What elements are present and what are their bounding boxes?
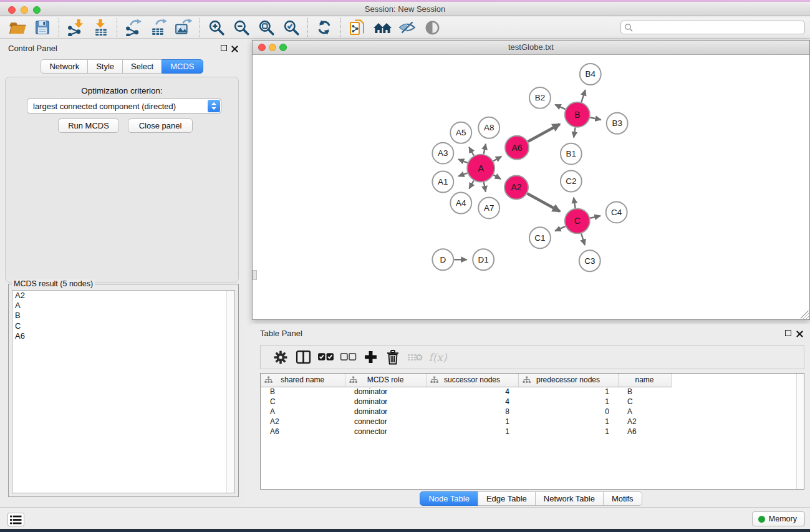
graph-edge-B-B3[interactable] [590,117,601,120]
cell-mcds-role[interactable]: connector [345,427,426,437]
graph-node-C[interactable]: C [565,208,590,233]
graph-edge-A2-C[interactable] [528,193,560,211]
cell-predecessor-nodes[interactable]: 1 [518,387,618,397]
cell-name[interactable]: A2 [618,417,671,427]
float-table-panel-icon[interactable] [785,330,791,336]
control-tab-style[interactable]: Style [87,59,123,74]
graph-node-D[interactable]: D [432,249,453,270]
graph-edge-A-A7[interactable] [484,182,486,191]
close-panel-icon[interactable] [231,44,238,55]
import-table-button[interactable] [88,18,113,37]
graph-edge-A-A4[interactable] [469,181,473,189]
mcds-result-item[interactable]: A [12,301,234,311]
zoom-selected-button[interactable] [279,18,304,37]
graph-edge-A-A5[interactable] [469,147,474,156]
table-tab-motifs[interactable]: Motifs [603,491,642,506]
mcds-result-list[interactable]: A2ABCA6 [12,290,235,493]
control-tab-network[interactable]: Network [41,59,88,74]
graph-node-D1[interactable]: D1 [473,249,494,270]
show-graphics-button[interactable] [420,18,445,37]
task-history-button[interactable] [7,513,24,526]
mcds-result-item[interactable]: C [12,321,234,331]
graph-edge-A-A8[interactable] [484,144,486,154]
save-floppy-button[interactable] [30,18,55,37]
refresh-button[interactable] [312,18,337,37]
table-tab-edge-table[interactable]: Edge Table [478,491,536,506]
zoom-out-button[interactable] [229,18,254,37]
graph-node-C2[interactable]: C2 [561,171,582,192]
zoom-in-button[interactable] [204,18,229,37]
memory-button[interactable]: Memory [752,511,805,526]
export-table-button[interactable] [146,18,171,37]
mcds-result-item[interactable]: A2 [12,291,234,301]
graph-edge-C-C2[interactable] [574,198,576,208]
import-network-button[interactable] [63,18,88,37]
graph-node-B2[interactable]: B2 [529,87,551,109]
close-table-panel-icon[interactable] [796,329,803,340]
gear-button[interactable] [269,348,292,367]
graph-node-A3[interactable]: A3 [432,143,453,164]
list-scrollbar[interactable] [226,291,234,493]
optimization-select[interactable]: largest connected component (directed) [27,99,221,114]
run-mcds-button[interactable]: Run MCDS [58,118,119,133]
table-tab-node-table[interactable]: Node Table [420,491,478,506]
graph-node-A2[interactable]: A2 [504,176,528,200]
cell-successor-nodes[interactable]: 8 [426,407,518,417]
cell-shared-name[interactable]: C [261,397,345,407]
graph-node-A7[interactable]: A7 [478,197,499,218]
float-panel-icon[interactable] [221,45,227,51]
cell-successor-nodes[interactable]: 4 [426,397,518,407]
split-columns-button[interactable] [292,348,314,367]
graph-edge-C-C3[interactable] [581,233,585,245]
cell-predecessor-nodes[interactable]: 1 [518,417,618,427]
open-folder-button[interactable] [5,18,30,37]
cell-name[interactable]: C [618,397,671,407]
cell-predecessor-nodes[interactable]: 0 [518,407,618,417]
close-panel-button[interactable]: Close panel [128,118,193,133]
graph-edge-A-A2[interactable] [493,175,501,179]
graph-edge-A-A3[interactable] [458,159,468,163]
zoom-fit-button[interactable] [254,18,279,37]
home-button[interactable] [370,18,395,37]
graph-node-C4[interactable]: C4 [606,201,627,223]
network-canvas[interactable]: AA6A2BCA5A8A3A1A4A7B2B4B3B1C2C4C1C3DD1 [253,55,809,319]
graph-edge-B-B1[interactable] [574,127,575,137]
control-tab-select[interactable]: Select [122,59,162,74]
graph-node-A6[interactable]: A6 [505,136,529,160]
graph-edge-A-A6[interactable] [493,157,501,161]
graph-node-C1[interactable]: C1 [529,227,551,248]
column-header-successor-nodes[interactable]: successor nodes [426,374,518,387]
column-header-name[interactable]: name [618,374,671,387]
graph-node-A5[interactable]: A5 [450,122,471,143]
mcds-result-item[interactable]: B [12,311,234,321]
network-documents-button[interactable] [345,18,370,37]
graph-node-A4[interactable]: A4 [450,192,471,213]
column-header-predecessor-nodes[interactable]: predecessor nodes [518,374,618,387]
mcds-result-item[interactable]: A6 [12,331,234,341]
add-row-button[interactable] [359,348,382,367]
graph-edge-B-B4[interactable] [581,90,585,102]
cell-name[interactable]: A [618,407,671,417]
graph-edge-B-B2[interactable] [555,105,566,109]
control-tab-mcds[interactable]: MCDS [162,59,203,74]
export-image-button[interactable] [171,18,196,37]
export-network-button[interactable] [121,18,146,37]
cell-shared-name[interactable]: A6 [261,427,345,437]
graph-node-A8[interactable]: A8 [478,117,499,138]
graph-edge-C-C1[interactable] [555,226,566,231]
table-tab-network-table[interactable]: Network Table [535,491,604,506]
graph-node-B4[interactable]: B4 [580,64,601,85]
column-header-mcds-role[interactable]: MCDS role [345,374,426,387]
graph-node-B3[interactable]: B3 [607,113,628,134]
graph-edge-A-A1[interactable] [458,173,467,176]
cell-shared-name[interactable]: A [261,407,345,417]
cell-successor-nodes[interactable]: 1 [426,427,518,437]
cell-successor-nodes[interactable]: 1 [426,417,518,427]
cell-mcds-role[interactable]: connector [345,417,426,427]
graph-node-B[interactable]: B [565,102,590,127]
window-resize-grip[interactable] [801,311,809,319]
column-header-shared-name[interactable]: shared name [261,374,345,387]
cell-name[interactable]: B [618,387,671,397]
graph-node-B1[interactable]: B1 [561,143,582,165]
graph-edge-A6-B[interactable] [528,124,560,142]
